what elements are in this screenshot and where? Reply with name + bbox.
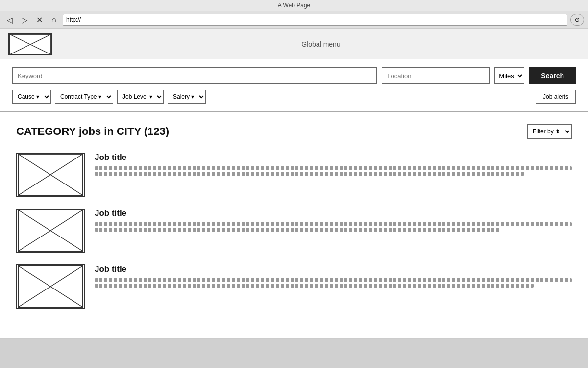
location-input[interactable] xyxy=(382,67,490,84)
page-content: Global menu Miles 5 10 25 50 Search Caus… xyxy=(0,28,588,339)
job-title-1[interactable]: Job title xyxy=(95,153,572,162)
forward-button[interactable]: ▷ xyxy=(19,14,30,26)
job-desc-line-5 xyxy=(95,278,572,282)
job-desc-line-2 xyxy=(95,172,524,176)
salary-filter[interactable]: Salery ▾ xyxy=(168,90,206,104)
job-item: Job title xyxy=(16,209,572,253)
svg-rect-0 xyxy=(10,34,51,54)
address-bar[interactable] xyxy=(63,14,567,26)
browser-titlebar: A Web Page xyxy=(0,0,588,11)
search-row: Miles 5 10 25 50 Search xyxy=(12,67,576,84)
job-details-1: Job title xyxy=(95,153,572,177)
svg-line-2 xyxy=(10,34,51,54)
job-desc-line-4 xyxy=(95,228,500,232)
stop-button[interactable]: ✕ xyxy=(33,14,45,26)
global-menu-label: Global menu xyxy=(62,40,580,48)
browser-search-button[interactable]: ⊙ xyxy=(570,14,584,26)
search-area: Miles 5 10 25 50 Search Cause ▾ Contract… xyxy=(0,59,588,112)
cause-filter[interactable]: Cause ▾ xyxy=(12,90,51,104)
job-list: Job title Job title xyxy=(16,153,572,309)
job-details-3: Job title xyxy=(95,264,572,289)
results-header: CATEGORY jobs in CITY (123) Filter by ⬍ … xyxy=(16,124,572,139)
results-area: CATEGORY jobs in CITY (123) Filter by ⬍ … xyxy=(0,112,588,338)
keyword-input[interactable] xyxy=(12,67,377,84)
job-item: Job title xyxy=(16,264,572,309)
job-desc-line-3 xyxy=(95,222,572,226)
job-image-1 xyxy=(16,153,85,197)
contract-type-filter[interactable]: Contract Type ▾ xyxy=(55,90,113,104)
job-level-filter[interactable]: Job Level ▾ xyxy=(117,90,164,104)
job-alerts-button[interactable]: Job alerts xyxy=(536,90,576,104)
svg-line-1 xyxy=(10,34,51,54)
global-header: Global menu xyxy=(0,29,588,59)
home-button[interactable]: ⌂ xyxy=(48,14,60,26)
job-desc-line-1 xyxy=(95,166,572,170)
job-image-2 xyxy=(16,209,85,253)
search-button[interactable]: Search xyxy=(529,67,576,84)
job-desc-line-6 xyxy=(95,284,534,288)
job-title-3[interactable]: Job title xyxy=(95,264,572,274)
page-title: A Web Page xyxy=(278,2,311,9)
miles-select[interactable]: Miles 5 10 25 50 xyxy=(494,67,524,84)
filter-row: Cause ▾ Contract Type ▾ Job Level ▾ Sale… xyxy=(12,90,576,104)
job-image-3 xyxy=(16,264,85,309)
logo xyxy=(8,33,52,55)
job-title-2[interactable]: Job title xyxy=(95,209,572,218)
results-title: CATEGORY jobs in CITY (123) xyxy=(16,125,169,138)
browser-toolbar: ◁ ▷ ✕ ⌂ ⊙ xyxy=(0,11,588,28)
back-button[interactable]: ◁ xyxy=(4,14,16,26)
magnifier-icon: ⊙ xyxy=(575,16,580,23)
job-details-2: Job title xyxy=(95,209,572,233)
job-item: Job title xyxy=(16,153,572,197)
filter-by-select[interactable]: Filter by ⬍ Date Relevance xyxy=(527,124,572,139)
